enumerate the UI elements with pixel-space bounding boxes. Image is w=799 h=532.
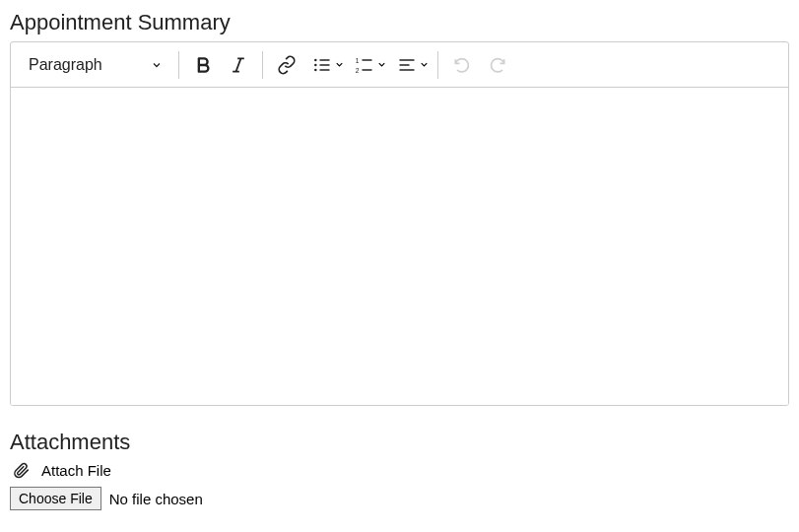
svg-text:2: 2 (356, 66, 360, 73)
chevron-down-icon (334, 59, 345, 70)
redo-icon (488, 55, 507, 75)
svg-point-5 (314, 68, 317, 71)
bold-icon (193, 55, 213, 75)
block-type-label: Paragraph (29, 56, 102, 74)
align-icon (397, 55, 417, 75)
svg-point-4 (314, 63, 317, 66)
redo-button[interactable] (480, 47, 515, 83)
attachments-section: Attachments Attach File Choose File No f… (10, 430, 789, 510)
numbered-list-icon: 12 (355, 55, 374, 75)
numbered-list-button[interactable]: 12 (347, 47, 389, 83)
bullet-list-icon (312, 55, 332, 75)
bullet-list-button[interactable] (304, 47, 347, 83)
svg-line-2 (236, 58, 241, 71)
attach-file-row: Attach File (10, 461, 789, 479)
link-button[interactable] (269, 47, 304, 83)
toolbar-divider (178, 51, 179, 79)
italic-button[interactable] (221, 47, 256, 83)
attach-file-label: Attach File (41, 462, 111, 479)
toolbar-divider (262, 51, 263, 79)
summary-heading: Appointment Summary (10, 10, 789, 35)
choose-file-button[interactable]: Choose File (10, 487, 101, 510)
align-button[interactable] (389, 47, 432, 83)
svg-point-3 (314, 58, 317, 61)
editor-content-area[interactable] (11, 88, 788, 405)
svg-text:1: 1 (356, 56, 360, 63)
block-type-select[interactable]: Paragraph (15, 50, 172, 80)
chevron-down-icon (419, 59, 430, 70)
attachments-heading: Attachments (10, 430, 789, 455)
file-status-text: No file chosen (109, 491, 203, 507)
chevron-down-icon (376, 59, 387, 70)
italic-icon (229, 55, 248, 75)
toolbar-divider (437, 51, 438, 79)
link-icon (277, 55, 297, 75)
editor-toolbar: Paragraph (11, 42, 788, 88)
undo-button[interactable] (444, 47, 480, 83)
paperclip-icon (10, 461, 33, 479)
rich-text-editor: Paragraph (10, 41, 789, 406)
bold-button[interactable] (185, 47, 221, 83)
chevron-down-icon (151, 59, 163, 71)
file-input-row: Choose File No file chosen (10, 487, 789, 510)
undo-icon (452, 55, 472, 75)
